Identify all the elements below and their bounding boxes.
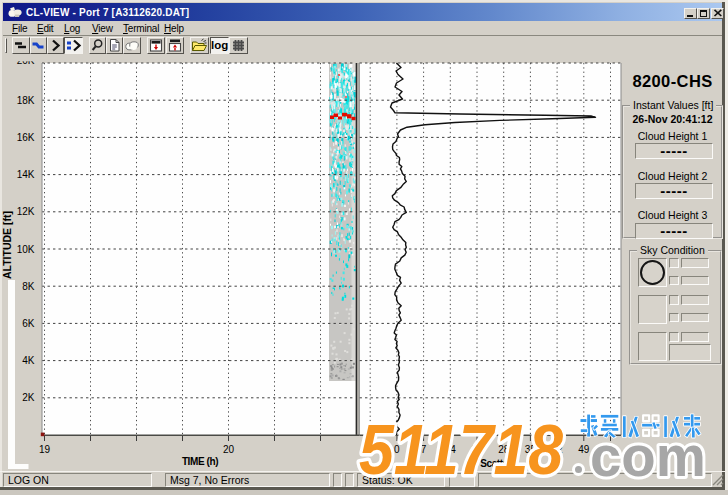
svg-text:511718: 511718 xyxy=(359,410,563,489)
